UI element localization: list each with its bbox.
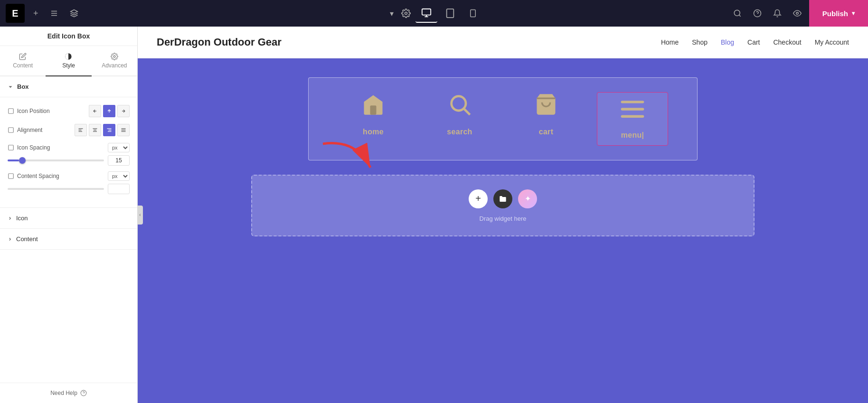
tab-content[interactable]: Content (0, 46, 46, 75)
svg-point-18 (113, 56, 115, 57)
folder-button[interactable] (493, 189, 512, 208)
left-panel: Edit Icon Box Content Style Advanced Box (0, 27, 138, 403)
nav-link-shop[interactable]: Shop (692, 38, 708, 46)
icon-spacing-control: Icon Spacing px em % 15 (8, 143, 130, 166)
site-content: home search cart (138, 58, 868, 403)
toolbar-left: E + (0, 4, 81, 23)
icon-position-control: Icon Position (8, 105, 130, 117)
search-icon-box (447, 92, 472, 121)
box-section-label: Box (17, 83, 29, 90)
svg-rect-37 (9, 174, 14, 179)
svg-point-4 (405, 12, 407, 15)
settings-button[interactable] (47, 6, 61, 20)
panel-collapse-handle[interactable]: ‹ (137, 206, 143, 225)
alignment-control: Alignment (8, 124, 130, 136)
layers-button[interactable] (67, 6, 81, 20)
tab-advanced[interactable]: Advanced (92, 46, 137, 75)
mobile-view-button[interactable] (463, 4, 483, 22)
align-justify[interactable] (117, 124, 130, 136)
nav-links: Home Shop Blog Cart Checkout My Account (661, 38, 849, 47)
icon-spacing-unit-select[interactable]: px em % (108, 143, 130, 152)
icon-box-item-search[interactable]: search (424, 92, 495, 136)
icon-spacing-label-row: Icon Spacing px em % (8, 143, 130, 152)
icon-box-widget: home search cart (308, 77, 698, 160)
drop-zone[interactable]: + ✦ Drag widget here (251, 175, 755, 236)
svg-rect-41 (370, 105, 377, 115)
search-label: search (447, 128, 472, 136)
website-preview: DerDragon Outdoor Gear Home Shop Blog Ca… (138, 27, 868, 403)
align-right[interactable] (103, 124, 115, 136)
icon-pos-left[interactable] (89, 105, 101, 117)
panel-tabs: Content Style Advanced (0, 46, 137, 76)
menu-label: menu| (621, 131, 644, 140)
svg-rect-23 (9, 128, 14, 133)
icon-section-label: Icon (16, 215, 28, 222)
toolbar-center: ▾ (385, 4, 483, 23)
notifications-button[interactable] (769, 5, 785, 21)
search-button[interactable] (729, 5, 745, 21)
preview-button[interactable] (789, 5, 805, 21)
icon-spacing-label: Icon Spacing (8, 144, 108, 151)
icon-box-item-menu[interactable]: menu| (597, 92, 668, 146)
icon-position-inputs (89, 105, 130, 117)
content-spacing-unit-select[interactable]: px em % (108, 171, 130, 181)
history-dropdown[interactable]: ▾ (387, 6, 396, 21)
canvas-area: DerDragon Outdoor Gear Home Shop Blog Ca… (138, 27, 868, 403)
add-element-button[interactable]: + (30, 6, 41, 21)
need-help-text: Need Help (50, 390, 77, 396)
cart-label: cart (539, 128, 554, 136)
icon-spacing-slider-track[interactable] (8, 159, 104, 161)
content-spacing-label: Content Spacing (8, 173, 108, 179)
content-spacing-value-input[interactable] (108, 184, 130, 194)
content-spacing-slider-track[interactable] (8, 188, 104, 190)
align-center[interactable] (89, 124, 101, 136)
tab-style[interactable]: Style (46, 46, 91, 76)
nav-link-myaccount[interactable]: My Account (815, 38, 849, 46)
panel-content: Box Icon Position (0, 76, 137, 383)
svg-line-13 (739, 15, 740, 16)
svg-rect-5 (422, 9, 431, 15)
content-spacing-label-row: Content Spacing px em % (8, 171, 130, 181)
top-toolbar: E + ▾ (0, 0, 868, 27)
help-button[interactable] (749, 5, 765, 21)
cart-icon-box (533, 92, 559, 121)
box-section-header[interactable]: Box (0, 76, 137, 97)
content-section-header[interactable]: Content (0, 229, 137, 249)
alignment-inputs (75, 124, 130, 136)
icon-box-item-home[interactable]: home (338, 92, 409, 136)
box-section-body: Icon Position (0, 97, 137, 208)
site-nav: DerDragon Outdoor Gear Home Shop Blog Ca… (138, 27, 868, 58)
add-widget-button[interactable]: + (469, 189, 488, 208)
svg-point-16 (796, 12, 799, 15)
drop-zone-buttons: + ✦ (469, 189, 537, 208)
icon-position-label: Icon Position (8, 108, 89, 114)
nav-link-blog[interactable]: Blog (721, 38, 734, 46)
publish-button[interactable]: Publish ▾ (809, 0, 868, 27)
svg-point-12 (734, 10, 740, 16)
icon-section-header[interactable]: Icon (0, 208, 137, 228)
desktop-view-button[interactable] (415, 4, 437, 23)
icon-box-item-cart[interactable]: cart (510, 92, 582, 136)
help-circle-icon (80, 390, 87, 396)
svg-point-42 (452, 96, 466, 111)
icon-spacing-slider-container: 15 (8, 155, 130, 166)
svg-rect-8 (447, 9, 454, 18)
svg-line-43 (464, 109, 470, 115)
svg-marker-3 (70, 10, 77, 14)
magic-button[interactable]: ✦ (518, 189, 537, 208)
tablet-view-button[interactable] (439, 4, 461, 22)
menu-icon-box (620, 98, 645, 124)
icon-spacing-value-input[interactable]: 15 (108, 155, 130, 166)
svg-rect-36 (9, 145, 14, 150)
elementor-logo[interactable]: E (6, 4, 25, 23)
icon-pos-right[interactable] (117, 105, 130, 117)
icon-section: Icon (0, 208, 137, 229)
align-left[interactable] (75, 124, 87, 136)
svg-rect-19 (9, 109, 14, 114)
icon-pos-top[interactable] (103, 105, 115, 117)
nav-link-home[interactable]: Home (661, 38, 679, 46)
nav-link-cart[interactable]: Cart (747, 38, 760, 46)
content-spacing-control: Content Spacing px em % (8, 171, 130, 194)
global-settings-button[interactable] (398, 6, 414, 21)
nav-link-checkout[interactable]: Checkout (773, 38, 801, 46)
